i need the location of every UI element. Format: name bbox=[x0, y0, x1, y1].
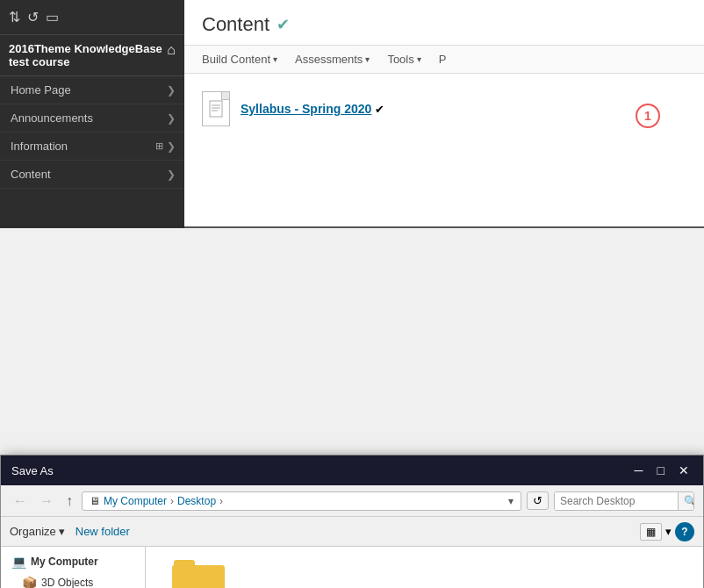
build-content-label: Build Content bbox=[202, 53, 270, 66]
sidebar-course-title: 2016Theme KnowledgeBase test course ⌂ bbox=[0, 35, 184, 76]
close-btn[interactable]: ✕ bbox=[675, 463, 693, 477]
content-body: Syllabus - Spring 2020 ✔ bbox=[184, 74, 704, 144]
main-content: Content ✔ Build Content ▾ Assessments ▾ … bbox=[184, 0, 704, 226]
dropdown-arrow-icon: ▾ bbox=[273, 54, 277, 64]
chevron-down-icon: ❯ bbox=[167, 140, 176, 153]
doc-icon bbox=[202, 91, 230, 126]
content-header: Content ✔ bbox=[184, 0, 704, 45]
dialog-toolbar: ← → ↑ 🖥 My Computer › Desktop › ▾ ↺ 🔍 bbox=[1, 485, 703, 517]
view-btn[interactable]: ▦ bbox=[640, 523, 662, 541]
sidebar-item-announcements[interactable]: Announcements ❯ bbox=[0, 104, 184, 133]
tree-item-label: 3D Objects bbox=[41, 577, 93, 588]
tools-btn[interactable]: Tools ▾ bbox=[387, 53, 420, 66]
tree-item-my-computer[interactable]: 💻 My Computer bbox=[1, 551, 145, 572]
path-separator: › bbox=[170, 495, 174, 507]
assessments-label: Assessments bbox=[295, 53, 363, 66]
path-dropdown-icon[interactable]: ▾ bbox=[508, 495, 514, 507]
sidebar-item-label: Information bbox=[11, 140, 68, 153]
sidebar-item-homepage[interactable]: Home Page ❯ bbox=[0, 76, 184, 104]
3d-objects-icon: 📦 bbox=[22, 576, 37, 588]
home-icon[interactable]: ⌂ bbox=[167, 42, 176, 58]
folder-icon bbox=[172, 560, 225, 588]
view-dropdown-icon[interactable]: ▾ bbox=[665, 525, 672, 538]
search-bar[interactable]: 🔍 bbox=[554, 491, 694, 511]
view-controls: ▦ ▾ ? bbox=[640, 522, 694, 541]
lms-area: ⇅ ↺ ▭ 2016Theme KnowledgeBase test cours… bbox=[0, 0, 704, 228]
secondary-toolbar: Organize ▾ New folder ▦ ▾ ? bbox=[1, 517, 703, 547]
sidebar-icons: ⇅ ↺ ▭ bbox=[9, 9, 59, 25]
assessments-btn[interactable]: Assessments ▾ bbox=[295, 53, 370, 66]
refresh-icon: ↺ bbox=[27, 9, 39, 25]
svg-rect-0 bbox=[210, 101, 222, 117]
tree-item-3d-objects[interactable]: 📦 3D Objects bbox=[1, 572, 145, 588]
organize-arrow-icon: ▾ bbox=[59, 525, 65, 538]
search-input[interactable] bbox=[555, 492, 678, 510]
dropdown-arrow-icon: ▾ bbox=[365, 54, 370, 64]
path-icon: 🖥 bbox=[90, 495, 100, 507]
organize-label: Organize bbox=[10, 525, 56, 538]
page-title: Content bbox=[202, 13, 269, 36]
content-item: Syllabus - Spring 2020 ✔ bbox=[202, 91, 686, 126]
organize-btn[interactable]: Organize ▾ bbox=[10, 525, 65, 538]
up-btn[interactable]: ↑ bbox=[62, 491, 76, 511]
file-browser: 💻 My Computer 📦 3D Objects 🖥 Desktop 📄 D… bbox=[1, 547, 703, 588]
sidebar-header: ⇅ ↺ ▭ bbox=[0, 0, 184, 35]
path-bar[interactable]: 🖥 My Computer › Desktop › ▾ bbox=[82, 491, 521, 511]
arrows-icon: ⇅ bbox=[9, 9, 20, 25]
dropdown-arrow-icon: ▾ bbox=[417, 54, 421, 64]
search-icon[interactable]: 🔍 bbox=[678, 492, 694, 510]
help-btn[interactable]: ? bbox=[675, 522, 694, 541]
chevron-down-icon: ❯ bbox=[167, 169, 176, 181]
check-icon: ✔ bbox=[277, 15, 290, 34]
content-toolbar: Build Content ▾ Assessments ▾ Tools ▾ P bbox=[184, 45, 704, 74]
maximize-btn[interactable]: □ bbox=[654, 463, 668, 477]
new-folder-btn[interactable]: New folder bbox=[75, 525, 130, 538]
course-title-text: 2016Theme KnowledgeBase test course bbox=[9, 42, 163, 68]
sidebar-item-label: Content bbox=[11, 168, 51, 181]
chevron-down-icon: ❯ bbox=[167, 84, 176, 97]
refresh-btn[interactable]: ↺ bbox=[527, 491, 549, 510]
chevron-down-icon: ❯ bbox=[167, 112, 176, 125]
sidebar-item-label: Announcements bbox=[11, 111, 93, 125]
dialog-titlebar: Save As ─ □ ✕ bbox=[1, 455, 703, 485]
syllabus-link[interactable]: Syllabus - Spring 2020 bbox=[241, 102, 371, 116]
build-content-btn[interactable]: Build Content ▾ bbox=[202, 53, 277, 66]
forward-btn[interactable]: → bbox=[36, 491, 57, 511]
sidebar: ⇅ ↺ ▭ 2016Theme KnowledgeBase test cours… bbox=[0, 0, 184, 228]
minimize-btn[interactable]: ─ bbox=[631, 463, 647, 477]
dialog-title: Save As bbox=[11, 464, 54, 477]
sidebar-item-content[interactable]: Content ❯ bbox=[0, 161, 184, 189]
sidebar-item-information[interactable]: Information ⊞ ❯ bbox=[0, 133, 184, 161]
extra-label: P bbox=[439, 53, 447, 66]
file-tree: 💻 My Computer 📦 3D Objects 🖥 Desktop 📄 D… bbox=[1, 547, 146, 588]
list-item[interactable]: How to Create Course Sections as Smart V… bbox=[154, 556, 242, 588]
callout-1: 1 bbox=[636, 104, 660, 128]
file-grid: How to Create Course Sections as Smart V… bbox=[146, 547, 703, 588]
window-icon: ▭ bbox=[46, 9, 59, 25]
path-separator-2: › bbox=[219, 495, 223, 507]
item-check-icon: ✔ bbox=[375, 103, 384, 116]
computer-icon: 💻 bbox=[11, 555, 26, 569]
tree-item-label: My Computer bbox=[31, 556, 98, 568]
tools-label: Tools bbox=[387, 53, 413, 66]
back-btn[interactable]: ← bbox=[10, 491, 31, 511]
extra-btn[interactable]: P bbox=[439, 53, 447, 66]
info-icon: ⊞ bbox=[155, 140, 163, 152]
path-my-computer[interactable]: My Computer bbox=[104, 495, 167, 507]
path-desktop[interactable]: Desktop bbox=[177, 495, 216, 507]
dialog-controls: ─ □ ✕ bbox=[631, 463, 693, 477]
save-as-dialog: Save As ─ □ ✕ ← → ↑ 🖥 My Computer › Desk… bbox=[0, 455, 704, 588]
sidebar-item-label: Home Page bbox=[11, 83, 71, 97]
